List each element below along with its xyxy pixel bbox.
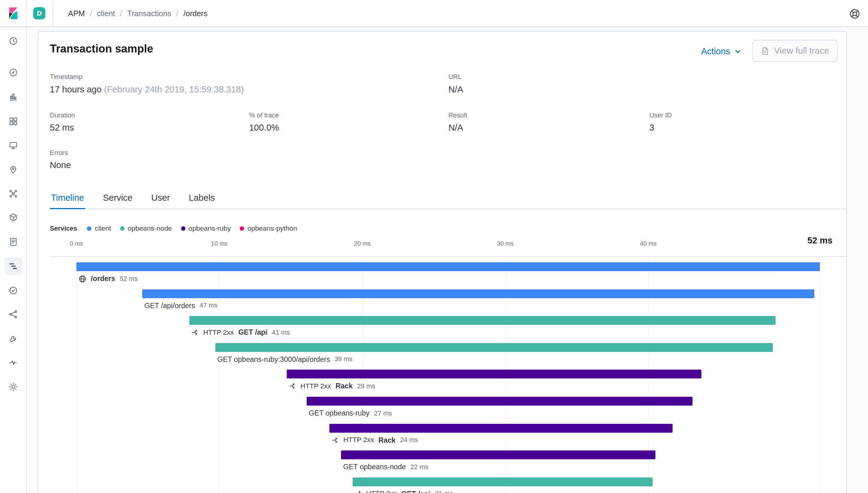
tabs: TimelineServiceUserLabels [50,187,846,209]
legend-label: opbeans-python [248,224,297,232]
span-prefix: HTTP 2xx [203,328,234,336]
view-full-trace-button[interactable]: View full trace [752,40,838,62]
nav-discover[interactable] [5,64,22,82]
timestamp-value: 17 hours ago (February 24th 2019, 15:59:… [50,84,244,94]
legend-dot [181,227,185,231]
ml-icon [8,189,18,199]
axis-tick: 40 ms [623,240,673,247]
waterfall-label: GET /api/orders47 ms [144,300,218,310]
span-prefix: HTTP 2xx [300,382,331,390]
breadcrumb-item-transactions[interactable]: Transactions [127,9,171,18]
breadcrumb-item-apm[interactable]: APM [68,9,85,18]
tab-labels[interactable]: Labels [188,187,216,209]
waterfall-bar[interactable] [307,396,693,405]
clock-icon [8,36,18,46]
kibana-logo[interactable] [0,0,26,26]
legend-items: clientopbeans-nodeopbeans-rubyopbeans-py… [87,224,306,232]
actions-label: Actions [701,46,730,57]
waterfall-bar[interactable] [341,451,656,459]
waterfall-label: /orders52 ms [79,273,138,284]
chevron-down-icon [734,47,742,56]
breadcrumb: APM/client/Transactions//orders [68,0,208,26]
breadcrumb-separator: / [176,9,178,18]
view-full-trace-label: View full trace [774,46,829,56]
breadcrumb-item-orders: /orders [184,9,208,18]
graph-icon [8,309,18,319]
tab-timeline[interactable]: Timeline [50,187,85,209]
waterfall-bar[interactable] [189,316,776,325]
top-bar: D APM/client/Transactions//orders [0,0,868,27]
axis-tick: 30 ms [480,240,530,247]
nav-logs[interactable] [5,233,22,251]
services-legend: Services clientopbeans-nodeopbeans-rubyo… [50,223,306,234]
merge-icon [192,329,199,336]
nav-dev-tools[interactable] [5,330,22,347]
main-content: Transaction sample Actions View full tra… [27,27,868,493]
waterfall-bar[interactable] [142,289,814,298]
nav-graph[interactable] [5,305,22,323]
nav-monitoring[interactable] [5,353,22,371]
nav-apm[interactable] [5,257,22,275]
nav-canvas[interactable] [5,137,22,154]
meta-timestamp: Timestamp 17 hours ago (February 24th 20… [50,73,244,94]
help-button[interactable] [848,7,862,21]
pct-of-trace-label: % of trace [249,111,279,119]
span-duration: 47 ms [199,302,218,309]
waterfall-bar[interactable] [352,477,653,486]
actions-button[interactable]: Actions [701,46,742,57]
nav-visualize[interactable] [5,88,22,106]
kibana-app: D APM/client/Transactions//orders Transa… [0,0,868,493]
legend-item-opbeans-ruby: opbeans-ruby [181,224,231,232]
waterfall-bar[interactable] [76,262,820,271]
waterfall-bar[interactable] [330,424,673,433]
canvas-icon [8,141,18,151]
timestamp-relative: 17 hours ago [50,85,101,94]
legend-title: Services [50,224,77,232]
merge-icon [289,383,296,390]
nav-management[interactable] [5,378,22,396]
waterfall-bar[interactable] [215,343,773,352]
kibana-logo-icon [6,6,20,20]
span-name: /orders [91,275,115,283]
waterfall-label: GET opbeans-ruby27 ms [309,408,392,418]
maps-icon [8,165,18,174]
gear-icon [8,382,18,392]
uptime-icon [8,285,18,296]
legend-label: client [95,224,111,232]
nav-machine-learning[interactable] [5,185,22,202]
span-duration: 41 ms [272,328,290,336]
axis-total-duration: 52 ms [795,236,845,246]
page-title: Transaction sample [50,40,153,57]
visualize-icon [8,92,18,102]
nav-recently-viewed[interactable] [5,32,22,50]
nav-maps[interactable] [5,160,22,178]
apm-icon [8,261,18,271]
legend-label: opbeans-node [128,224,172,232]
meta-url: URL N/A [448,73,463,94]
gridline [76,256,77,493]
gridline [820,256,820,493]
nav-dashboard[interactable] [5,112,22,130]
span-duration: 52 ms [120,275,137,282]
breadcrumb-separator: / [90,9,92,18]
time-axis-line [50,256,846,257]
nav-infrastructure[interactable] [5,209,22,227]
waterfall-bar[interactable] [287,370,701,379]
tab-user[interactable]: User [150,187,171,209]
space-initial: D [37,9,42,17]
space-selector[interactable]: D [33,7,45,20]
breadcrumb-item-client[interactable]: client [97,9,115,18]
span-name: Rack [378,436,396,444]
waterfall-label: HTTP 2xxGET /api41 ms [192,327,290,337]
transaction-sample-panel: Transaction sample Actions View full tra… [38,31,847,493]
meta-pct-of-trace: % of trace 100.0% [249,111,279,133]
tab-service[interactable]: Service [102,187,134,209]
legend-dot [239,227,244,231]
globe-icon [79,275,86,282]
axis-tick: 0 ms [51,240,101,247]
legend-item-client: client [87,224,111,232]
nav-uptime[interactable] [5,282,22,299]
dashboard-icon [8,116,18,126]
span-duration: 21 ms [435,490,453,493]
span-prefix: HTTP 2xx [343,436,374,444]
